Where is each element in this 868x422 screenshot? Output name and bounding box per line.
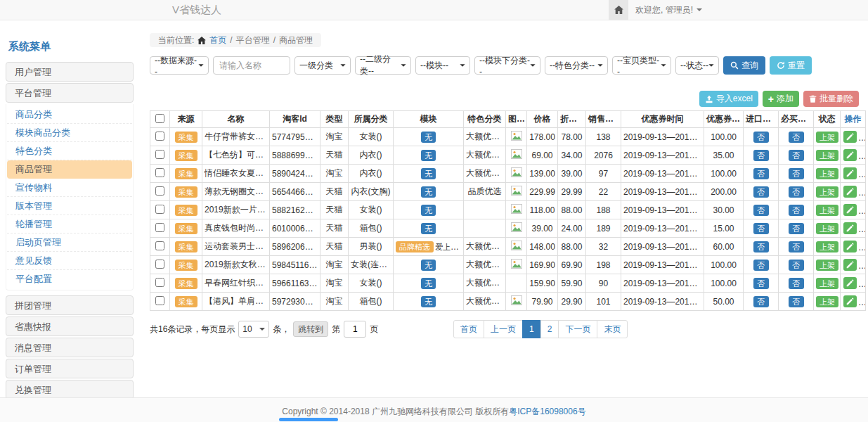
page-button[interactable]: 末页 — [597, 320, 628, 338]
sidebar-item[interactable]: 平台配置 — [7, 270, 132, 288]
must-buy-toggle[interactable]: 否 — [789, 205, 804, 216]
edit-button[interactable] — [843, 149, 857, 161]
jump-button[interactable]: 跳转到 — [293, 321, 328, 337]
select-all-checkbox[interactable] — [155, 114, 164, 123]
sidebar-section[interactable]: 省惠快报 — [6, 316, 134, 336]
edit-button[interactable] — [843, 204, 857, 216]
must-buy-toggle[interactable]: 否 — [789, 241, 804, 252]
import-select-toggle[interactable]: 否 — [753, 296, 769, 307]
edit-button[interactable] — [843, 259, 857, 271]
import-select-toggle[interactable]: 否 — [753, 278, 769, 289]
sidebar-item[interactable]: 宣传物料 — [7, 179, 132, 197]
search-button[interactable]: 查询 — [723, 56, 765, 75]
must-buy-toggle[interactable]: 否 — [789, 186, 804, 198]
sidebar-item[interactable]: 特色分类 — [7, 142, 132, 160]
page-button[interactable]: 下一页 — [558, 320, 597, 338]
per-page-select[interactable]: 10 — [238, 321, 269, 338]
must-buy-toggle[interactable]: 否 — [789, 278, 804, 289]
sidebar-item[interactable]: 意见反馈 — [7, 252, 132, 270]
import-select-toggle[interactable]: 否 — [753, 150, 769, 161]
sidebar-section[interactable]: 平台管理 — [6, 83, 134, 103]
status-toggle[interactable]: 上架 — [816, 150, 838, 161]
row-checkbox[interactable] — [155, 241, 164, 250]
page-button[interactable]: 上一页 — [484, 320, 523, 338]
add-button[interactable]: + 添加 — [763, 91, 799, 107]
name-search-input[interactable] — [213, 56, 290, 75]
breadcrumb-home-link[interactable]: 首页 — [209, 34, 226, 46]
status-toggle[interactable]: 上架 — [816, 260, 838, 271]
sidebar-section[interactable]: 用户管理 — [6, 62, 134, 82]
row-checkbox[interactable] — [155, 150, 164, 159]
reset-button[interactable]: 重置 — [770, 56, 812, 75]
filter-select[interactable]: --模块-- — [415, 56, 470, 75]
import-select-toggle[interactable]: 否 — [753, 223, 769, 234]
edit-button[interactable] — [843, 131, 857, 143]
edit-button[interactable] — [843, 295, 857, 307]
table-row: 采集牛仔背带裤女秋装减龄...577479560965淘宝女装()无大额优惠券1… — [150, 128, 866, 146]
edit-button[interactable] — [843, 186, 857, 198]
edit-button[interactable] — [843, 167, 857, 179]
sidebar-item[interactable]: 启动页管理 — [7, 234, 132, 252]
import-select-toggle[interactable]: 否 — [753, 205, 769, 216]
filter-select[interactable]: --特色分类-- — [545, 56, 608, 75]
import-select-toggle[interactable]: 否 — [753, 186, 769, 198]
import-select-toggle[interactable]: 否 — [753, 168, 769, 179]
sidebar-item[interactable]: 轮播管理 — [7, 215, 132, 234]
icp-link[interactable]: 粤ICP备16098006号 — [509, 407, 585, 416]
jump-page-input[interactable] — [344, 321, 366, 338]
row-checkbox[interactable] — [155, 205, 164, 214]
status-toggle[interactable]: 上架 — [816, 168, 838, 179]
row-checkbox[interactable] — [155, 278, 164, 287]
import-select-toggle[interactable]: 否 — [753, 132, 769, 143]
must-buy-toggle[interactable]: 否 — [789, 168, 804, 179]
sidebar-section[interactable]: 兑换管理 — [6, 380, 134, 399]
must-buy-toggle[interactable]: 否 — [789, 223, 804, 234]
row-checkbox[interactable] — [155, 260, 164, 269]
page-button[interactable]: 首页 — [453, 320, 484, 338]
sidebar-item[interactable]: 商品分类 — [7, 106, 132, 124]
page-button[interactable]: 1 — [522, 320, 541, 338]
status-toggle[interactable]: 上架 — [816, 278, 838, 289]
row-checkbox[interactable] — [155, 296, 164, 305]
sidebar-item[interactable]: 模块商品分类 — [7, 124, 132, 142]
edit-button[interactable] — [843, 277, 857, 289]
filter-select[interactable]: --状态-- — [675, 56, 719, 75]
must-buy-toggle[interactable]: 否 — [789, 150, 804, 161]
sidebar-item[interactable]: 版本管理 — [7, 197, 132, 215]
filter-select[interactable]: --宝贝类型-- — [612, 56, 671, 75]
edit-button[interactable] — [843, 222, 857, 234]
status-toggle[interactable]: 上架 — [816, 223, 838, 234]
sidebar-section[interactable]: 消息管理 — [6, 338, 134, 357]
filter-select[interactable]: 一级分类 — [294, 56, 351, 75]
page-button[interactable]: 2 — [540, 320, 559, 338]
sidebar-section[interactable]: 订单管理 — [6, 359, 134, 378]
must-buy-toggle[interactable]: 否 — [789, 296, 804, 307]
status-toggle[interactable]: 上架 — [816, 186, 838, 198]
edit-button[interactable] — [843, 241, 857, 252]
must-buy-toggle[interactable]: 否 — [789, 132, 804, 143]
status-toggle[interactable]: 上架 — [816, 132, 838, 143]
user-menu[interactable]: 欢迎您, 管理员! — [635, 0, 702, 20]
status-toggle[interactable]: 上架 — [816, 241, 838, 252]
ops-cell — [841, 201, 866, 219]
import-select-toggle[interactable]: 否 — [753, 260, 769, 271]
row-checkbox[interactable] — [155, 223, 164, 232]
sidebar-item[interactable]: 商品管理 — [7, 160, 132, 179]
table-header-row: 来源名称淘客Id类型所属分类模块特色分类图标价格折后价销售数量优惠券时间优惠券金… — [150, 111, 866, 128]
row-checkbox[interactable] — [155, 168, 164, 177]
filter-select-source[interactable]: --数据来源-- — [150, 56, 209, 75]
row-checkbox[interactable] — [155, 186, 164, 196]
filter-select[interactable]: --二级分类-- — [355, 56, 411, 75]
import-excel-button[interactable]: 导入excel — [699, 91, 758, 107]
status-toggle[interactable]: 上架 — [816, 205, 838, 216]
batch-delete-button[interactable]: 批量删除 — [803, 91, 859, 107]
filter-select[interactable]: --模块下分类-- — [474, 56, 540, 75]
status-toggle[interactable]: 上架 — [816, 296, 838, 307]
must-buy-toggle[interactable]: 否 — [789, 260, 804, 271]
home-shortcut-button[interactable] — [609, 0, 628, 20]
caret-down-icon — [661, 64, 666, 67]
horizontal-scrollbar-thumb[interactable] — [279, 418, 338, 421]
import-select-toggle[interactable]: 否 — [753, 241, 769, 252]
row-checkbox[interactable] — [155, 132, 164, 141]
sidebar-section[interactable]: 拼团管理 — [6, 295, 134, 315]
